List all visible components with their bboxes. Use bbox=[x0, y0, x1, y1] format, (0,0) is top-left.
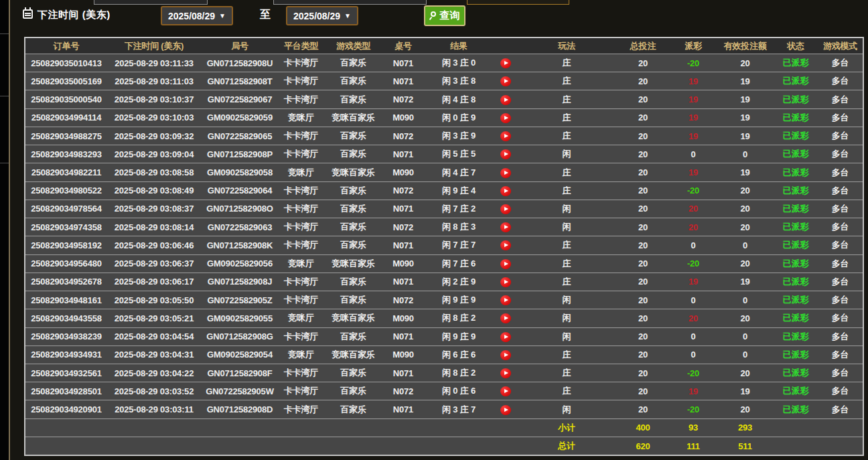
play-icon[interactable] bbox=[500, 168, 511, 178]
play-icon[interactable] bbox=[500, 259, 511, 269]
play-icon[interactable] bbox=[500, 58, 511, 68]
play-icon[interactable] bbox=[500, 186, 511, 196]
play-icon[interactable] bbox=[500, 204, 511, 214]
date-from-select[interactable]: 2025/08/29▼ bbox=[161, 6, 233, 25]
replay-cell[interactable] bbox=[494, 386, 517, 396]
play-icon[interactable] bbox=[500, 368, 511, 378]
game-mode-cell: 多台 bbox=[818, 148, 863, 160]
game-type-cell: 百家乐 bbox=[323, 57, 383, 69]
replay-cell[interactable] bbox=[494, 331, 517, 342]
order-no-cell: 250829035000540 bbox=[25, 94, 107, 104]
order-no-cell: 250829035010413 bbox=[25, 58, 107, 68]
play-icon[interactable] bbox=[500, 350, 511, 360]
play-icon[interactable] bbox=[500, 222, 511, 232]
replay-cell[interactable] bbox=[494, 368, 517, 378]
payout-cell: 20 bbox=[670, 222, 717, 232]
table-row: 2508290349805222025-08-29 03:08:49GN0722… bbox=[25, 181, 863, 200]
platform-type-cell: 卡卡湾厅 bbox=[279, 221, 323, 233]
play-icon[interactable] bbox=[500, 131, 511, 141]
replay-cell[interactable] bbox=[494, 404, 517, 415]
total-bet-cell: 20 bbox=[616, 350, 670, 360]
result-cell: 闲 7 庄 6 bbox=[423, 258, 494, 270]
column-header-5: 游戏类型 bbox=[323, 40, 383, 52]
play-icon[interactable] bbox=[500, 313, 511, 323]
order-no-cell: 250829034943558 bbox=[25, 313, 107, 323]
replay-cell[interactable] bbox=[494, 76, 517, 86]
play-icon[interactable] bbox=[500, 95, 511, 105]
replay-cell[interactable] bbox=[494, 185, 517, 196]
round-no-cell: GN0712582908D bbox=[201, 404, 279, 414]
round-no-cell: GM09025829058 bbox=[201, 167, 279, 177]
bet-time-cell: 2025-08-29 03:06:37 bbox=[107, 258, 201, 269]
order-no-cell: 250829034988275 bbox=[25, 131, 107, 141]
play-type-cell: 庄 bbox=[517, 94, 616, 106]
play-icon[interactable] bbox=[500, 405, 511, 415]
payout-cell: 0 bbox=[670, 350, 717, 360]
total-bet-cell: 20 bbox=[616, 258, 670, 269]
play-icon[interactable] bbox=[500, 277, 511, 287]
play-icon[interactable] bbox=[500, 295, 511, 305]
table-row: 2508290349285012025-08-29 03:03:52GN0722… bbox=[25, 382, 863, 400]
query-button[interactable]: 查询 bbox=[424, 5, 465, 26]
date-to-value: 2025/08/29 bbox=[293, 11, 340, 21]
valid-bet-cell: 19 bbox=[717, 386, 774, 396]
table-header-row: 订单号下注时间 (美东)局号平台类型游戏类型桌号结果玩法总投注派彩有效投注额状态… bbox=[25, 38, 863, 54]
left-panel-edge bbox=[0, 0, 10, 460]
search-icon bbox=[430, 11, 438, 20]
play-type-cell: 闲 bbox=[517, 148, 616, 160]
replay-cell[interactable] bbox=[494, 131, 517, 141]
game-type-cell: 百家乐 bbox=[323, 130, 383, 142]
replay-cell[interactable] bbox=[494, 222, 517, 232]
table-no-cell: M090 bbox=[383, 313, 423, 323]
payout-cell: 19 bbox=[670, 167, 717, 177]
platform-type-cell: 竞咪厅 bbox=[279, 349, 323, 361]
game-mode-cell: 多台 bbox=[818, 203, 863, 215]
result-cell: 闲 5 庄 5 bbox=[423, 148, 494, 160]
platform-type-cell: 卡卡湾厅 bbox=[279, 130, 323, 142]
replay-cell[interactable] bbox=[494, 204, 517, 214]
play-icon[interactable] bbox=[500, 332, 511, 342]
total-bet-cell: 20 bbox=[616, 240, 670, 250]
replay-cell[interactable] bbox=[494, 258, 517, 269]
column-header-12: 有效投注额 bbox=[717, 40, 774, 52]
play-icon[interactable] bbox=[500, 386, 511, 396]
game-type-cell: 百家乐 bbox=[323, 203, 383, 215]
subtotal-payout: 93 bbox=[670, 423, 717, 433]
round-no-cell: GM09025829054 bbox=[201, 350, 279, 360]
chevron-down-icon: ▼ bbox=[344, 12, 351, 19]
table-row: 2508290349382392025-08-29 03:04:54GN0712… bbox=[25, 327, 863, 346]
play-icon[interactable] bbox=[500, 240, 511, 250]
platform-type-cell: 卡卡湾厅 bbox=[279, 57, 323, 69]
replay-cell[interactable] bbox=[494, 277, 517, 287]
replay-cell[interactable] bbox=[494, 295, 517, 305]
round-no-cell: GN07225829064 bbox=[201, 185, 279, 196]
play-icon[interactable] bbox=[500, 113, 511, 123]
game-type-cell: 百家乐 bbox=[323, 385, 383, 397]
replay-cell[interactable] bbox=[494, 313, 517, 323]
result-cell: 闲 8 庄 2 bbox=[423, 367, 494, 379]
replay-cell[interactable] bbox=[494, 149, 517, 159]
payout-cell: 19 bbox=[670, 386, 717, 396]
game-mode-cell: 多台 bbox=[818, 312, 863, 324]
payout-cell: -20 bbox=[670, 58, 717, 68]
table-row: 2508290349785642025-08-29 03:08:37GN0712… bbox=[25, 200, 863, 218]
valid-bet-cell: 19 bbox=[717, 131, 774, 141]
replay-cell[interactable] bbox=[494, 94, 517, 105]
replay-cell[interactable] bbox=[494, 112, 517, 123]
payout-cell: -20 bbox=[670, 185, 717, 196]
payout-cell: 19 bbox=[670, 131, 717, 141]
date-to-select[interactable]: 2025/08/29▼ bbox=[286, 6, 358, 25]
replay-cell[interactable] bbox=[494, 58, 517, 68]
platform-type-cell: 卡卡湾厅 bbox=[279, 148, 323, 160]
replay-cell[interactable] bbox=[494, 350, 517, 360]
replay-cell[interactable] bbox=[494, 167, 517, 177]
column-header-11: 派彩 bbox=[670, 40, 717, 52]
round-no-cell: GN0712582908U bbox=[201, 58, 279, 68]
replay-cell[interactable] bbox=[494, 240, 517, 250]
play-icon[interactable] bbox=[500, 149, 511, 159]
play-icon[interactable] bbox=[500, 76, 511, 86]
table-no-cell: M090 bbox=[383, 167, 423, 177]
date-from-value: 2025/08/29 bbox=[168, 11, 215, 21]
table-row: 2508290349564802025-08-29 03:06:37GM0902… bbox=[25, 254, 863, 273]
bet-time-cell: 2025-08-29 03:03:52 bbox=[107, 386, 201, 396]
